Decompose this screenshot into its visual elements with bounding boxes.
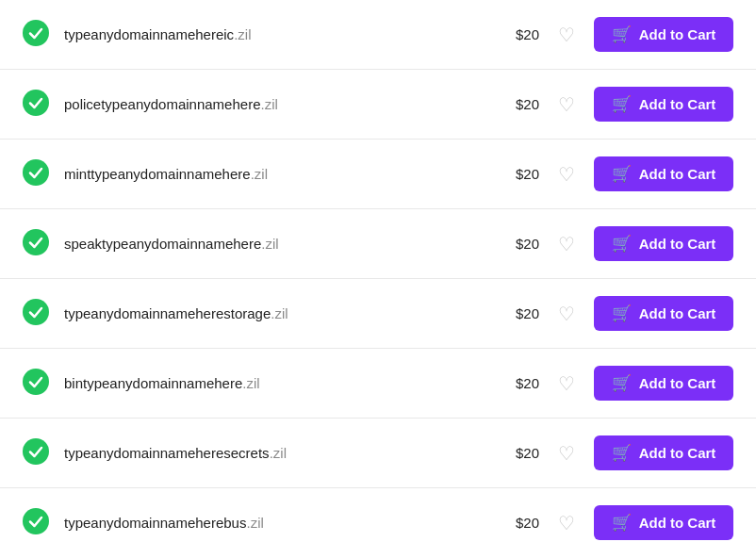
add-to-cart-label: Add to Cart [639,515,716,531]
wishlist-icon[interactable]: ♡ [558,444,575,463]
cart-icon: 🛒 [612,236,632,252]
domain-tld: .zil [270,445,287,461]
cart-icon: 🛒 [612,375,632,391]
domain-price: $20 [505,166,539,182]
add-to-cart-label: Add to Cart [639,96,716,112]
svg-point-4 [23,299,49,325]
svg-point-3 [23,229,49,255]
add-to-cart-label: Add to Cart [639,445,716,461]
domain-tld: .zil [242,375,259,391]
wishlist-icon[interactable]: ♡ [558,95,575,114]
add-to-cart-button[interactable]: 🛒Add to Cart [594,226,733,261]
cart-icon: 🛒 [612,515,632,531]
available-check-icon [23,299,64,329]
list-item: typeanydomainnameherebus.zil$20♡🛒Add to … [0,488,756,542]
wishlist-icon[interactable]: ♡ [558,25,575,44]
domain-tld: .zil [234,26,251,42]
list-item: minttypeanydomainnamehere.zil$20♡🛒Add to… [0,140,756,209]
wishlist-icon[interactable]: ♡ [558,304,575,323]
domain-tld: .zil [260,96,277,112]
domain-price: $20 [505,375,539,391]
domain-name: typeanydomainnameheresecrets.zil [64,445,505,461]
add-to-cart-label: Add to Cart [639,26,716,42]
add-to-cart-label: Add to Cart [639,375,716,391]
domain-price: $20 [505,305,539,321]
domain-name: typeanydomainnameherestorage.zil [64,305,505,321]
wishlist-icon[interactable]: ♡ [558,514,575,533]
available-check-icon [23,369,64,399]
add-to-cart-button[interactable]: 🛒Add to Cart [594,87,733,122]
available-check-icon [23,90,64,120]
domain-tld: .zil [246,515,263,531]
cart-icon: 🛒 [612,96,632,112]
list-item: policetypeanydomainnamehere.zil$20♡🛒Add … [0,70,756,140]
wishlist-icon[interactable]: ♡ [558,374,575,393]
domain-price: $20 [505,236,539,252]
cart-icon: 🛒 [612,26,632,42]
domain-list: typeanydomainnamehereic.zil$20♡🛒Add to C… [0,0,756,542]
domain-name: typeanydomainnameherebus.zil [64,515,505,531]
add-to-cart-label: Add to Cart [639,166,716,182]
svg-point-0 [23,20,49,46]
domain-name: minttypeanydomainnamehere.zil [64,166,505,182]
add-to-cart-button[interactable]: 🛒Add to Cart [594,17,733,52]
domain-tld: .zil [271,305,288,321]
add-to-cart-button[interactable]: 🛒Add to Cart [594,296,733,331]
svg-point-1 [23,90,49,116]
add-to-cart-label: Add to Cart [639,305,716,321]
list-item: typeanydomainnameherestorage.zil$20♡🛒Add… [0,279,756,349]
available-check-icon [23,20,64,50]
wishlist-icon[interactable]: ♡ [558,165,575,184]
add-to-cart-button[interactable]: 🛒Add to Cart [594,366,733,401]
domain-price: $20 [505,96,539,112]
list-item: speaktypeanydomainnamehere.zil$20♡🛒Add t… [0,209,756,279]
domain-name: typeanydomainnamehereic.zil [64,26,505,42]
add-to-cart-button[interactable]: 🛒Add to Cart [594,156,733,191]
available-check-icon [23,159,64,189]
list-item: typeanydomainnamehereic.zil$20♡🛒Add to C… [0,0,756,70]
list-item: typeanydomainnameheresecrets.zil$20♡🛒Add… [0,419,756,488]
wishlist-icon[interactable]: ♡ [558,235,575,254]
domain-price: $20 [505,515,539,531]
domain-name: speaktypeanydomainnamehere.zil [64,236,505,252]
domain-tld: .zil [261,236,278,252]
list-item: bintypeanydomainnamehere.zil$20♡🛒Add to … [0,349,756,419]
svg-point-6 [23,438,49,465]
available-check-icon [23,508,64,538]
svg-point-7 [23,508,49,534]
svg-point-2 [23,159,49,186]
available-check-icon [23,438,64,468]
cart-icon: 🛒 [612,445,632,461]
domain-tld: .zil [251,166,268,182]
svg-point-5 [23,369,49,395]
domain-price: $20 [505,26,539,42]
add-to-cart-button[interactable]: 🛒Add to Cart [594,505,733,540]
available-check-icon [23,229,64,259]
cart-icon: 🛒 [612,305,632,321]
domain-name: bintypeanydomainnamehere.zil [64,375,505,391]
add-to-cart-label: Add to Cart [639,236,716,252]
domain-name: policetypeanydomainnamehere.zil [64,96,505,112]
add-to-cart-button[interactable]: 🛒Add to Cart [594,435,733,470]
domain-price: $20 [505,445,539,461]
cart-icon: 🛒 [612,166,632,182]
